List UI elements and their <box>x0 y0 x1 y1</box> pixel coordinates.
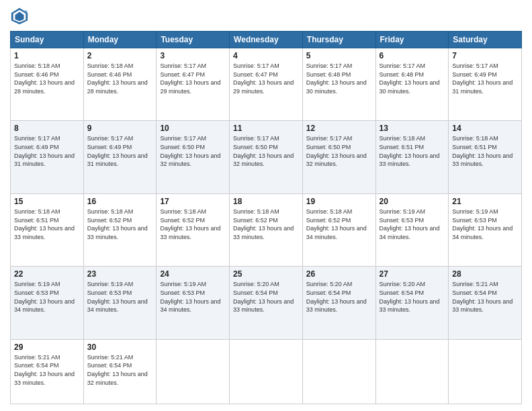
calendar-cell: 14Sunrise: 5:18 AMSunset: 6:51 PMDayligh… <box>449 121 522 193</box>
calendar-cell: 16Sunrise: 5:18 AMSunset: 6:52 PMDayligh… <box>83 193 157 266</box>
day-number: 10 <box>160 124 226 133</box>
calendar-cell: 1Sunrise: 5:18 AMSunset: 6:46 PMDaylight… <box>11 48 84 121</box>
calendar-cell: 9Sunrise: 5:17 AMSunset: 6:49 PMDaylight… <box>83 121 157 193</box>
day-info: Sunrise: 5:18 AMSunset: 6:51 PMDaylight:… <box>380 134 445 168</box>
col-header-monday: Monday <box>83 32 157 48</box>
day-info: Sunrise: 5:18 AMSunset: 6:51 PMDaylight:… <box>14 208 80 241</box>
day-number: 9 <box>87 124 153 133</box>
day-number: 27 <box>380 269 445 279</box>
day-number: 5 <box>306 51 372 60</box>
day-number: 3 <box>160 51 226 60</box>
calendar-cell <box>230 339 303 404</box>
day-info: Sunrise: 5:18 AMSunset: 6:52 PMDaylight:… <box>160 208 226 241</box>
calendar-cell <box>302 339 375 404</box>
day-number: 24 <box>160 269 226 279</box>
calendar-cell: 10Sunrise: 5:17 AMSunset: 6:50 PMDayligh… <box>157 121 230 193</box>
day-number: 4 <box>233 51 299 60</box>
day-number: 2 <box>87 51 153 60</box>
page: SundayMondayTuesdayWednesdayThursdayFrid… <box>0 0 532 411</box>
col-header-tuesday: Tuesday <box>157 32 230 48</box>
day-number: 6 <box>380 51 445 60</box>
col-header-wednesday: Wednesday <box>230 32 303 48</box>
calendar-cell: 20Sunrise: 5:19 AMSunset: 6:53 PMDayligh… <box>375 193 449 266</box>
calendar-cell <box>449 339 522 404</box>
day-number: 21 <box>452 197 518 206</box>
calendar-cell: 2Sunrise: 5:18 AMSunset: 6:46 PMDaylight… <box>83 48 157 121</box>
col-header-friday: Friday <box>375 32 449 48</box>
calendar-cell <box>375 339 449 404</box>
day-number: 30 <box>87 342 153 352</box>
calendar-cell: 17Sunrise: 5:18 AMSunset: 6:52 PMDayligh… <box>157 193 230 266</box>
day-info: Sunrise: 5:18 AMSunset: 6:46 PMDaylight:… <box>14 62 80 95</box>
day-number: 1 <box>14 51 80 60</box>
calendar-cell: 3Sunrise: 5:17 AMSunset: 6:47 PMDaylight… <box>157 48 230 121</box>
calendar-cell: 27Sunrise: 5:20 AMSunset: 6:54 PMDayligh… <box>375 267 449 339</box>
calendar-cell: 13Sunrise: 5:18 AMSunset: 6:51 PMDayligh… <box>375 121 449 193</box>
day-number: 18 <box>233 197 299 206</box>
day-info: Sunrise: 5:19 AMSunset: 6:53 PMDaylight:… <box>160 280 226 314</box>
day-number: 8 <box>14 124 80 133</box>
calendar-cell: 22Sunrise: 5:19 AMSunset: 6:53 PMDayligh… <box>11 267 84 339</box>
calendar-cell: 12Sunrise: 5:17 AMSunset: 6:50 PMDayligh… <box>302 121 375 193</box>
day-number: 17 <box>160 197 226 206</box>
col-header-saturday: Saturday <box>449 32 522 48</box>
calendar-cell: 18Sunrise: 5:18 AMSunset: 6:52 PMDayligh… <box>230 193 303 266</box>
calendar-cell: 26Sunrise: 5:20 AMSunset: 6:54 PMDayligh… <box>302 267 375 339</box>
day-number: 25 <box>233 269 299 279</box>
day-info: Sunrise: 5:19 AMSunset: 6:53 PMDaylight:… <box>452 208 518 241</box>
day-info: Sunrise: 5:18 AMSunset: 6:52 PMDaylight:… <box>233 208 299 241</box>
day-info: Sunrise: 5:18 AMSunset: 6:52 PMDaylight:… <box>87 208 153 241</box>
calendar-cell: 15Sunrise: 5:18 AMSunset: 6:51 PMDayligh… <box>11 193 84 266</box>
calendar-cell: 24Sunrise: 5:19 AMSunset: 6:53 PMDayligh… <box>157 267 230 339</box>
day-number: 16 <box>87 197 153 206</box>
day-info: Sunrise: 5:19 AMSunset: 6:53 PMDaylight:… <box>380 208 445 241</box>
day-info: Sunrise: 5:17 AMSunset: 6:49 PMDaylight:… <box>14 134 80 168</box>
day-number: 11 <box>233 124 299 133</box>
col-header-thursday: Thursday <box>302 32 375 48</box>
day-info: Sunrise: 5:20 AMSunset: 6:54 PMDaylight:… <box>380 280 445 314</box>
header <box>10 7 522 26</box>
calendar-cell: 23Sunrise: 5:19 AMSunset: 6:53 PMDayligh… <box>83 267 157 339</box>
day-info: Sunrise: 5:21 AMSunset: 6:54 PMDaylight:… <box>452 280 518 314</box>
calendar-cell: 19Sunrise: 5:18 AMSunset: 6:52 PMDayligh… <box>302 193 375 266</box>
day-info: Sunrise: 5:17 AMSunset: 6:48 PMDaylight:… <box>306 62 372 95</box>
day-number: 12 <box>306 124 372 133</box>
calendar-cell: 30Sunrise: 5:21 AMSunset: 6:54 PMDayligh… <box>83 339 157 404</box>
calendar-cell: 25Sunrise: 5:20 AMSunset: 6:54 PMDayligh… <box>230 267 303 339</box>
day-info: Sunrise: 5:17 AMSunset: 6:50 PMDaylight:… <box>306 134 372 168</box>
day-info: Sunrise: 5:18 AMSunset: 6:52 PMDaylight:… <box>306 208 372 241</box>
calendar-cell: 8Sunrise: 5:17 AMSunset: 6:49 PMDaylight… <box>11 121 84 193</box>
day-number: 7 <box>452 51 518 60</box>
calendar-cell <box>157 339 230 404</box>
day-info: Sunrise: 5:17 AMSunset: 6:49 PMDaylight:… <box>87 134 153 168</box>
day-number: 23 <box>87 269 153 279</box>
day-number: 26 <box>306 269 372 279</box>
logo <box>10 7 32 26</box>
day-info: Sunrise: 5:20 AMSunset: 6:54 PMDaylight:… <box>306 280 372 314</box>
day-info: Sunrise: 5:20 AMSunset: 6:54 PMDaylight:… <box>233 280 299 314</box>
calendar-cell: 7Sunrise: 5:17 AMSunset: 6:49 PMDaylight… <box>449 48 522 121</box>
day-info: Sunrise: 5:17 AMSunset: 6:50 PMDaylight:… <box>160 134 226 168</box>
calendar-cell: 29Sunrise: 5:21 AMSunset: 6:54 PMDayligh… <box>11 339 84 404</box>
day-info: Sunrise: 5:18 AMSunset: 6:51 PMDaylight:… <box>452 134 518 168</box>
calendar-cell: 5Sunrise: 5:17 AMSunset: 6:48 PMDaylight… <box>302 48 375 121</box>
day-number: 19 <box>306 197 372 206</box>
day-number: 28 <box>452 269 518 279</box>
day-info: Sunrise: 5:21 AMSunset: 6:54 PMDaylight:… <box>87 353 153 387</box>
day-number: 22 <box>14 269 80 279</box>
day-number: 15 <box>14 197 80 206</box>
day-info: Sunrise: 5:19 AMSunset: 6:53 PMDaylight:… <box>14 280 80 314</box>
calendar-cell: 28Sunrise: 5:21 AMSunset: 6:54 PMDayligh… <box>449 267 522 339</box>
day-number: 13 <box>380 124 445 133</box>
calendar-cell: 11Sunrise: 5:17 AMSunset: 6:50 PMDayligh… <box>230 121 303 193</box>
day-number: 20 <box>380 197 445 206</box>
calendar-cell: 6Sunrise: 5:17 AMSunset: 6:48 PMDaylight… <box>375 48 449 121</box>
day-info: Sunrise: 5:21 AMSunset: 6:54 PMDaylight:… <box>14 353 80 387</box>
day-info: Sunrise: 5:17 AMSunset: 6:47 PMDaylight:… <box>233 62 299 95</box>
calendar-cell: 4Sunrise: 5:17 AMSunset: 6:47 PMDaylight… <box>230 48 303 121</box>
day-number: 29 <box>14 342 80 352</box>
day-info: Sunrise: 5:17 AMSunset: 6:47 PMDaylight:… <box>160 62 226 95</box>
day-info: Sunrise: 5:18 AMSunset: 6:46 PMDaylight:… <box>87 62 153 95</box>
day-info: Sunrise: 5:17 AMSunset: 6:50 PMDaylight:… <box>233 134 299 168</box>
day-number: 14 <box>452 124 518 133</box>
